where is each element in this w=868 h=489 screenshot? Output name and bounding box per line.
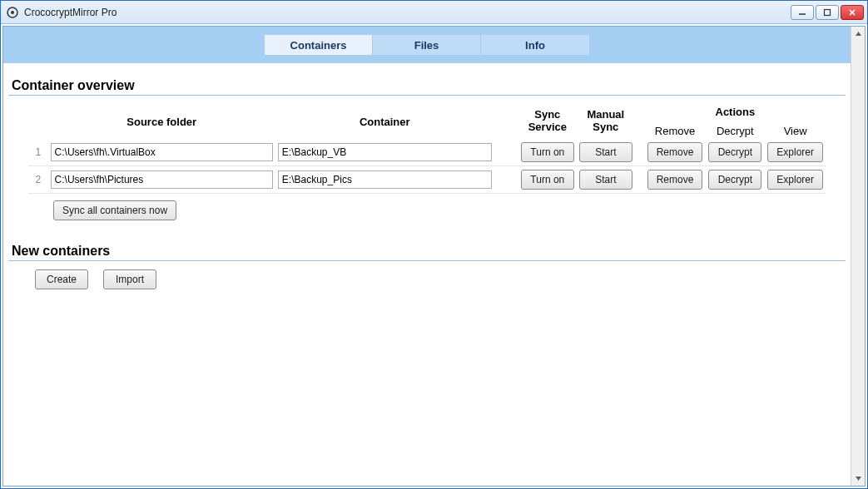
table-row: 1 Turn on Start Remove Decrypt Explorer bbox=[28, 139, 826, 166]
header-view: View bbox=[765, 120, 826, 139]
titlebar: CrococryptMirror Pro bbox=[1, 1, 867, 24]
explorer-button[interactable]: Explorer bbox=[767, 142, 823, 162]
section-overview-title: Container overview bbox=[8, 78, 846, 96]
header-source: Source folder bbox=[48, 101, 275, 139]
section-new-title: New containers bbox=[8, 244, 846, 261]
containers-table: Source folder Container SyncService Manu… bbox=[28, 101, 826, 194]
create-button[interactable]: Create bbox=[35, 269, 88, 289]
svg-rect-3 bbox=[825, 9, 831, 15]
source-folder-input[interactable] bbox=[51, 170, 273, 189]
vertical-scrollbar[interactable] bbox=[851, 27, 865, 486]
svg-marker-7 bbox=[856, 477, 861, 481]
window-title: CrococryptMirror Pro bbox=[24, 7, 117, 18]
header-actions: Actions bbox=[645, 101, 826, 120]
content: Containers Files Info Container overview… bbox=[3, 27, 851, 486]
decrypt-button[interactable]: Decrypt bbox=[708, 142, 761, 162]
maximize-button[interactable] bbox=[816, 5, 839, 20]
manual-sync-button[interactable]: Start bbox=[579, 142, 632, 162]
tab-containers[interactable]: Containers bbox=[265, 35, 373, 55]
remove-button[interactable]: Remove bbox=[647, 170, 703, 190]
sync-service-button[interactable]: Turn on bbox=[521, 170, 574, 190]
header-manual-sync: ManualSync bbox=[577, 101, 635, 139]
source-folder-input[interactable] bbox=[51, 143, 273, 161]
window-controls bbox=[791, 5, 864, 20]
header-decrypt: Decrypt bbox=[705, 120, 765, 139]
minimize-button[interactable] bbox=[791, 5, 814, 20]
scroll-up-icon[interactable] bbox=[851, 27, 865, 41]
explorer-button[interactable]: Explorer bbox=[767, 170, 823, 190]
remove-button[interactable]: Remove bbox=[647, 142, 703, 162]
tab-bar: Containers Files Info bbox=[3, 27, 851, 63]
container-path-input[interactable] bbox=[278, 143, 492, 161]
close-button[interactable] bbox=[841, 5, 864, 20]
svg-point-1 bbox=[11, 11, 14, 14]
import-button[interactable]: Import bbox=[103, 269, 156, 289]
row-number: 1 bbox=[28, 139, 48, 166]
header-sync-service: SyncService bbox=[518, 101, 577, 139]
scroll-down-icon[interactable] bbox=[851, 472, 865, 486]
row-number: 2 bbox=[28, 166, 48, 194]
sync-service-button[interactable]: Turn on bbox=[521, 142, 574, 162]
svg-marker-6 bbox=[856, 32, 861, 36]
container-path-input[interactable] bbox=[278, 170, 492, 189]
tab-info[interactable]: Info bbox=[481, 35, 589, 55]
manual-sync-button[interactable]: Start bbox=[579, 170, 632, 190]
header-container: Container bbox=[275, 101, 494, 139]
table-row: 2 Turn on Start Remove Decrypt Explorer bbox=[28, 166, 826, 194]
header-remove: Remove bbox=[645, 120, 706, 139]
client-area: Containers Files Info Container overview… bbox=[2, 26, 866, 487]
app-window: CrococryptMirror Pro Containers File bbox=[0, 0, 868, 489]
sync-all-button[interactable]: Sync all containers now bbox=[53, 200, 176, 220]
decrypt-button[interactable]: Decrypt bbox=[708, 170, 761, 190]
tab-files[interactable]: Files bbox=[373, 35, 481, 55]
app-icon bbox=[6, 6, 19, 19]
